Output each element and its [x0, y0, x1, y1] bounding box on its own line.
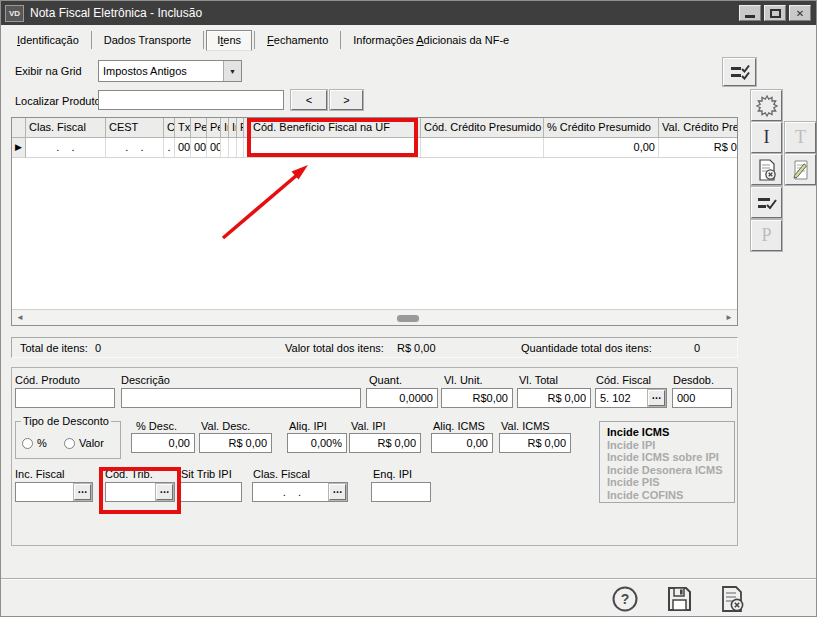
col-cest[interactable]: CEST: [106, 118, 164, 138]
val-icms-input[interactable]: [499, 433, 571, 453]
desdob-label: Desdob.: [673, 374, 714, 386]
val-icms-label: Val. ICMS: [501, 420, 550, 432]
descricao-label: Descrição: [121, 374, 170, 386]
vl-unit-input[interactable]: [441, 388, 513, 408]
tab-divider: [91, 31, 92, 49]
document-x-icon: [718, 585, 746, 613]
clas-fiscal-lookup-button[interactable]: …: [329, 484, 346, 500]
aliq-ipi-input[interactable]: [287, 433, 347, 453]
val-desc-input[interactable]: [199, 433, 272, 453]
cod-fiscal-lookup-button[interactable]: …: [648, 390, 665, 406]
document-x-icon: [756, 159, 778, 181]
perc-desc-input[interactable]: [131, 433, 195, 453]
edit-notes-button[interactable]: [785, 154, 816, 185]
col-perc-credito-presumido[interactable]: % Crédito Presumido: [544, 118, 659, 138]
col-inc1[interactable]: Inc: [221, 118, 229, 138]
quantidade-total-value: 0: [694, 342, 700, 354]
previous-item-button[interactable]: <: [291, 90, 327, 110]
save-button[interactable]: [665, 585, 693, 613]
cell-inc2[interactable]: [229, 138, 237, 158]
aliq-icms-input[interactable]: [431, 433, 493, 453]
row-selector-icon: ▶: [12, 138, 26, 158]
cell-clas-fiscal[interactable]: . .: [26, 138, 106, 158]
col-pro[interactable]: Pro: [237, 118, 244, 138]
tab-dados-transporte[interactable]: Dados Transporte: [94, 31, 201, 50]
scroll-left-icon[interactable]: ◄: [16, 313, 24, 322]
vl-total-input[interactable]: [517, 388, 591, 408]
grid-horizontal-scrollbar[interactable]: ◄ ►: [12, 309, 737, 325]
cell-pro[interactable]: [237, 138, 244, 158]
col-pe1[interactable]: Pe: [191, 118, 207, 138]
tab-informacoes-adicionais[interactable]: Informações Adicionais da NF-e: [343, 31, 519, 50]
cell-pe1[interactable]: 00: [191, 138, 207, 158]
cell-perc-credito-presumido[interactable]: 0,00: [544, 138, 659, 158]
maximize-button[interactable]: [764, 5, 786, 21]
descricao-input[interactable]: [121, 388, 361, 408]
cell-cl[interactable]: .: [164, 138, 175, 158]
cell-cod-credito-presumido[interactable]: [421, 138, 544, 158]
totals-bar: Total de itens: 0 Valor total dos itens:…: [11, 337, 738, 358]
col-cod-credito-presumido[interactable]: Cód. Crédito Presumido: [421, 118, 544, 138]
incide-desonera-icms: Incide Desonera ICMS: [607, 464, 734, 477]
cod-produto-input[interactable]: [15, 388, 115, 408]
enq-ipi-label: Enq. IPI: [373, 468, 412, 480]
sit-trib-ipi-input[interactable]: [180, 482, 242, 502]
inc-fiscal-lookup-button[interactable]: …: [74, 484, 91, 500]
col-cl[interactable]: Cl: [164, 118, 175, 138]
nota-fiscal-window: VD Nota Fiscal Eletrônica - Inclusão ✕ I…: [0, 0, 817, 617]
cell-val-credito-presumido[interactable]: R$ 0: [659, 138, 738, 158]
tab-itens[interactable]: Itens: [206, 30, 252, 51]
ellipsis-icon: …: [652, 392, 662, 400]
letter-t-icon: T: [795, 127, 806, 148]
desdob-input[interactable]: [672, 388, 732, 408]
tab-identificacao[interactable]: Identificação: [7, 31, 89, 50]
tab-bar: Identificação Dados Transporte Itens Fec…: [7, 29, 519, 51]
col-pe2[interactable]: Pe: [207, 118, 221, 138]
minimize-button[interactable]: [739, 5, 761, 21]
perc-desc-label: % Desc.: [136, 420, 177, 432]
remove-document-button[interactable]: [751, 154, 782, 185]
radio-icon: [64, 438, 75, 449]
exibir-na-grid-label: Exibir na Grid: [15, 65, 82, 77]
quant-input[interactable]: [366, 388, 438, 408]
next-item-button[interactable]: >: [330, 90, 363, 110]
localizar-produto-input[interactable]: [98, 90, 284, 110]
apply-all-button[interactable]: [723, 58, 756, 86]
col-inc2[interactable]: Inc: [229, 118, 237, 138]
col-clas-fiscal[interactable]: Clas. Fiscal: [26, 118, 106, 138]
valor-total-value: R$ 0,00: [397, 342, 436, 354]
p-button-disabled: P: [751, 220, 782, 251]
cell-cest[interactable]: . .: [106, 138, 164, 158]
close-button[interactable]: ✕: [789, 5, 811, 21]
incide-cofins: Incide COFINS: [607, 489, 734, 502]
scroll-right-icon[interactable]: ►: [725, 313, 733, 322]
col-val-credito-presumido[interactable]: Val. Crédito Presum: [659, 118, 738, 138]
col-tx[interactable]: Tx: [175, 118, 191, 138]
chevron-down-icon[interactable]: ▼: [223, 61, 241, 81]
scrollbar-thumb[interactable]: [397, 315, 419, 322]
tipo-desconto-groupbox: Tipo de Desconto % Valor: [15, 421, 121, 459]
cancel-document-button[interactable]: [718, 585, 746, 613]
special-products-button[interactable]: [751, 90, 782, 121]
cell-tx[interactable]: 00: [175, 138, 191, 158]
incide-icms: Incide ICMS: [607, 426, 734, 439]
red-arrow-annotation: [201, 156, 331, 251]
localizar-produto-label: Localizar Produto: [15, 95, 101, 107]
incide-pis: Incide PIS: [607, 476, 734, 489]
italic-info-button[interactable]: I: [751, 122, 782, 153]
incide-icms-sobre-ipi: Incide ICMS sobre IPI: [607, 451, 734, 464]
minimize-icon: [745, 15, 755, 18]
vl-unit-label: Vl. Unit.: [444, 374, 483, 386]
cell-inc1[interactable]: [221, 138, 229, 158]
floppy-save-icon: [665, 585, 693, 613]
desconto-valor-radio[interactable]: Valor: [64, 437, 104, 449]
tab-fechamento[interactable]: Fechamento: [257, 31, 338, 50]
confirm-lines-button[interactable]: [751, 187, 782, 218]
pencil-document-icon: [790, 159, 812, 181]
val-ipi-input[interactable]: [349, 433, 421, 453]
desconto-percent-radio[interactable]: %: [22, 437, 47, 449]
cell-pe2[interactable]: 00: [207, 138, 221, 158]
help-button[interactable]: ?: [611, 585, 639, 613]
enq-ipi-input[interactable]: [371, 482, 431, 502]
exibir-na-grid-select[interactable]: Impostos Antigos ▼: [98, 60, 242, 82]
